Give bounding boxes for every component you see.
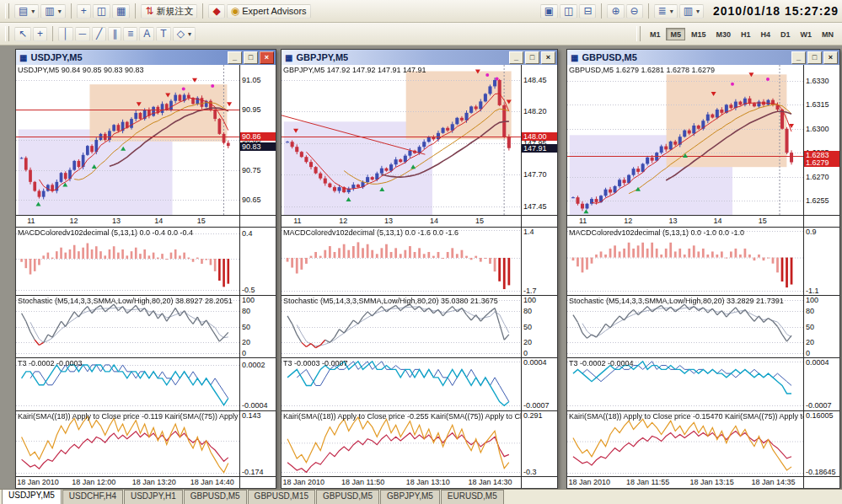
- chart-tab-usdjpy-m5[interactable]: USDJPY,M5: [2, 489, 62, 504]
- t3-scale[interactable]: 0.0004-0.0007: [803, 358, 839, 410]
- chart-tab-gbpusd-m15[interactable]: GBPUSD,M15: [248, 490, 315, 504]
- chart-window-titlebar[interactable]: ▦ USDJPY,M5 _ □ ×: [16, 50, 276, 65]
- chart-tab-usdchf-h4[interactable]: USDCHF,H4: [62, 490, 123, 504]
- close-button[interactable]: ×: [823, 51, 838, 64]
- zoom-in-button[interactable]: ⊕: [607, 4, 624, 19]
- kairi-scale[interactable]: 0.16005-0.18645: [803, 411, 839, 476]
- timeframe-mn-button[interactable]: MN: [818, 28, 838, 40]
- macd-scale[interactable]: 0.9-1.1: [803, 228, 839, 295]
- minimize-button[interactable]: _: [509, 51, 523, 64]
- price-scale[interactable]: 91.0590.9590.8590.7590.6590.8690.83: [239, 65, 276, 215]
- new-order-button[interactable]: ⇅新規注文: [141, 4, 197, 19]
- hour-axis[interactable]: 1112131415: [16, 216, 239, 227]
- timeframe-m5-button[interactable]: M5: [666, 28, 685, 40]
- price-chart-canvas[interactable]: [567, 65, 803, 215]
- date-axis[interactable]: 18 Jan 201018 Jan 11:5018 Jan 13:1018 Ja…: [282, 477, 521, 488]
- macd-canvas[interactable]: [567, 228, 803, 295]
- data-window-button[interactable]: ◫: [93, 4, 110, 19]
- indicators-list-button[interactable]: ≣▾: [654, 4, 678, 19]
- date-label: 18 Jan 11:55: [626, 478, 669, 486]
- toolbar-separator: [52, 26, 53, 41]
- hour-label: 11: [27, 217, 35, 225]
- kairi-canvas[interactable]: [16, 411, 239, 476]
- timeframe-d1-button[interactable]: D1: [776, 28, 795, 40]
- kairi-canvas[interactable]: [567, 411, 803, 476]
- arrange-icons-button[interactable]: ⊟: [579, 4, 596, 19]
- chart-tab-gbpjpy-m5[interactable]: GBPJPY,M5: [380, 490, 440, 504]
- drawing-tools-group: ↖+│─╱∥≡AT◇▾: [13, 26, 196, 41]
- tile-windows-button[interactable]: ▣: [540, 4, 558, 19]
- kairi-scale[interactable]: 0.143-0.174: [239, 411, 276, 476]
- macd-canvas[interactable]: [16, 228, 239, 295]
- scale-tick: 50: [523, 323, 532, 331]
- scale-tick: 20: [806, 338, 814, 346]
- minimize-button[interactable]: _: [791, 51, 806, 64]
- scale-tick: 100: [523, 296, 536, 304]
- timeframe-w1-button[interactable]: W1: [796, 28, 817, 40]
- equidistant-channel-button[interactable]: ∥: [108, 27, 121, 41]
- t3-scale[interactable]: 0.0002-0.0004: [239, 358, 276, 410]
- stochastic-scale[interactable]: 1008050200: [239, 296, 276, 357]
- timeframe-m1-button[interactable]: M1: [646, 28, 665, 40]
- t3-scale[interactable]: 0.0004-0.0007: [521, 358, 557, 410]
- restore-button[interactable]: □: [244, 51, 258, 64]
- arrows-button[interactable]: ◇▾: [173, 27, 196, 41]
- kairi-scale[interactable]: 0.291-0.3: [521, 411, 557, 476]
- cascade-windows-button[interactable]: ◫: [560, 4, 577, 19]
- text-button[interactable]: A: [139, 27, 154, 41]
- chart-tab-usdjpy-h1[interactable]: USDJPY,H1: [124, 490, 183, 504]
- navigator-button[interactable]: ▦: [112, 4, 130, 19]
- macd-canvas[interactable]: [282, 228, 521, 295]
- chart-window-titlebar[interactable]: ▦ GBPJPY,M5 _ □ ×: [282, 50, 557, 65]
- price-chart-canvas[interactable]: [16, 65, 239, 215]
- text-label-button[interactable]: T: [156, 27, 170, 41]
- kairi-canvas[interactable]: [282, 411, 521, 476]
- cursor-button[interactable]: ↖: [14, 27, 31, 41]
- profiles-button[interactable]: ▥▾: [40, 4, 65, 19]
- t3-pane: T3 -0.0002 -0.0003: [16, 358, 239, 410]
- chart-tab-gbpusd-m5[interactable]: GBPUSD,M5: [184, 490, 247, 504]
- restore-button[interactable]: □: [525, 51, 539, 64]
- restore-button[interactable]: □: [807, 51, 822, 64]
- timeframe-h4-button[interactable]: H4: [756, 28, 775, 40]
- market-watch-button[interactable]: +: [77, 4, 91, 19]
- date-axis[interactable]: 18 Jan 201018 Jan 12:0018 Jan 13:2018 Ja…: [16, 477, 239, 488]
- price-scale[interactable]: 1.63301.63151.63001.62851.62701.62551.62…: [803, 65, 839, 215]
- toolbar-grip[interactable]: [5, 3, 9, 19]
- date-label: 18 Jan 2010: [568, 478, 610, 486]
- toolbar-grip[interactable]: [5, 26, 9, 41]
- chart-tabs-bar: USDJPY,M5USDCHF,H4USDJPY,H1GBPUSD,M5GBPU…: [0, 489, 842, 504]
- date-axis[interactable]: 18 Jan 201018 Jan 11:5518 Jan 13:1518 Ja…: [567, 477, 803, 488]
- fibonacci-retracement-button[interactable]: ≡: [123, 27, 137, 41]
- trendline-button[interactable]: ╱: [92, 27, 106, 41]
- crosshair-button[interactable]: +: [33, 27, 47, 41]
- price-scale[interactable]: 148.45148.20147.95147.70147.45148.00147.…: [521, 65, 557, 215]
- hour-axis[interactable]: 1112131415: [282, 216, 521, 227]
- minimize-button[interactable]: _: [228, 51, 242, 64]
- templates-button[interactable]: ▥▾: [679, 4, 704, 19]
- chart-tab-eurusd-m5[interactable]: EURUSD,M5: [441, 490, 504, 504]
- expert-advisors-button[interactable]: ◉Expert Advisors: [227, 4, 311, 19]
- ohlc-readout: USDJPY,M5 90.84 90.85 90.83 90.83: [18, 66, 143, 74]
- close-button[interactable]: ×: [260, 51, 274, 64]
- chart-tab-gbpusd-m5[interactable]: GBPUSD,M5: [316, 490, 379, 504]
- zoom-out-button[interactable]: ⊖: [626, 4, 643, 19]
- hour-label: 14: [430, 217, 438, 225]
- stochastic-scale[interactable]: 1008050200: [521, 296, 557, 357]
- scale-tick: 90.65: [242, 196, 261, 204]
- close-button[interactable]: ×: [541, 51, 555, 64]
- new-chart-button[interactable]: ▤▾: [14, 4, 39, 19]
- toolbar-grip[interactable]: [636, 26, 641, 41]
- alerts-button[interactable]: ◆: [208, 4, 224, 19]
- timeframe-m30-button[interactable]: M30: [711, 28, 735, 40]
- timeframe-m15-button[interactable]: M15: [687, 28, 711, 40]
- timeframe-h1-button[interactable]: H1: [737, 28, 755, 40]
- hour-axis[interactable]: 1112131415: [567, 216, 803, 227]
- chart-window-titlebar[interactable]: ▦ GBPUSD,M5 _ □ ×: [567, 50, 839, 65]
- macd-scale[interactable]: 1.4-1.7: [521, 228, 557, 295]
- vertical-line-button[interactable]: │: [58, 27, 73, 41]
- price-chart-canvas[interactable]: [282, 65, 521, 215]
- horizontal-line-button[interactable]: ─: [75, 27, 91, 41]
- stochastic-scale[interactable]: 1008050200: [803, 296, 839, 357]
- macd-scale[interactable]: 0.4-0.5: [239, 228, 276, 295]
